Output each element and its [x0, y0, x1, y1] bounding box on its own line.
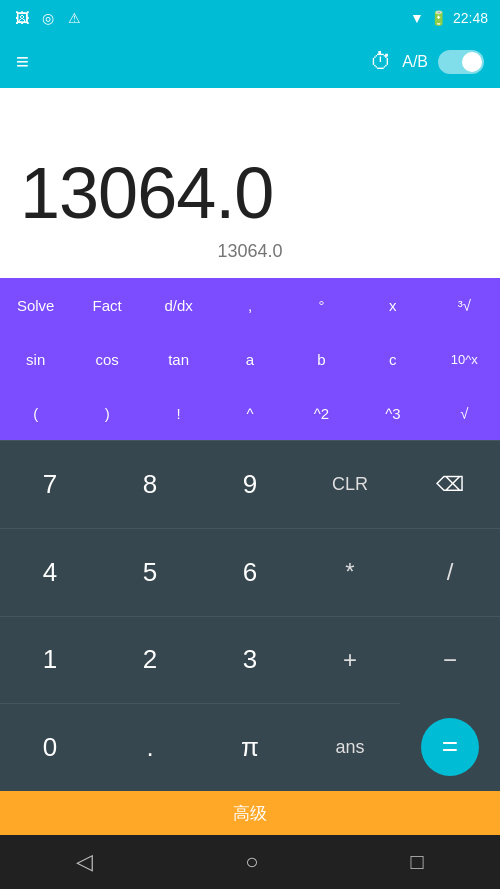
key-row-1: 7 8 9 CLR ⌫ — [0, 440, 500, 528]
key-backspace[interactable]: ⌫ — [400, 440, 500, 528]
cube-btn[interactable]: ^3 — [357, 386, 428, 440]
status-right: ▼ 🔋 22:48 — [410, 10, 488, 26]
tenpowx-btn[interactable]: 10^x — [429, 332, 500, 386]
sub-display: 13064.0 — [20, 241, 480, 262]
sin-btn[interactable]: sin — [0, 332, 71, 386]
key-3[interactable]: 3 — [200, 616, 300, 704]
sq-btn[interactable]: ^2 — [286, 386, 357, 440]
home-button[interactable]: ○ — [221, 841, 282, 883]
comma-btn[interactable]: , — [214, 278, 285, 332]
status-bar: 🖼 ◎ ⚠ ▼ 🔋 22:48 — [0, 0, 500, 36]
key-row-3: 1 2 3 + − — [0, 616, 500, 704]
key-4[interactable]: 4 — [0, 528, 100, 616]
key-5[interactable]: 5 — [100, 528, 200, 616]
ab-toggle[interactable] — [438, 50, 484, 74]
key-ans[interactable]: ans — [300, 703, 400, 791]
top-bar-right: ⏱ A/B — [370, 49, 484, 75]
keypad-area: 7 8 9 CLR ⌫ 4 5 6 * / 1 2 3 + − 0 . π an… — [0, 440, 500, 791]
ab-label: A/B — [402, 53, 428, 71]
key-row-4: 0 . π ans = — [0, 703, 500, 791]
x-btn[interactable]: x — [357, 278, 428, 332]
b-btn[interactable]: b — [286, 332, 357, 386]
key-divide[interactable]: / — [400, 528, 500, 616]
ddx-btn[interactable]: d/dx — [143, 278, 214, 332]
degree-btn[interactable]: ° — [286, 278, 357, 332]
cos-btn[interactable]: cos — [71, 332, 142, 386]
nav-bar: ◁ ○ □ — [0, 835, 500, 889]
solve-btn[interactable]: Solve — [0, 278, 71, 332]
advanced-label: 高级 — [233, 802, 267, 825]
menu-button[interactable]: ≡ — [16, 49, 29, 75]
wifi-icon: ▼ — [410, 10, 424, 26]
circle-icon: ◎ — [38, 8, 58, 28]
key-dot[interactable]: . — [100, 703, 200, 791]
display-area: 13064.0 13064.0 — [0, 88, 500, 278]
top-bar: ≡ ⏱ A/B — [0, 36, 500, 88]
c-btn[interactable]: c — [357, 332, 428, 386]
warning-icon: ⚠ — [64, 8, 84, 28]
clock: 22:48 — [453, 10, 488, 26]
key-8[interactable]: 8 — [100, 440, 200, 528]
sqrt-btn[interactable]: √ — [429, 386, 500, 440]
func-row-2: sin cos tan a b c 10^x — [0, 332, 500, 386]
a-btn[interactable]: a — [214, 332, 285, 386]
history-button[interactable]: ⏱ — [370, 49, 392, 75]
key-2[interactable]: 2 — [100, 616, 200, 704]
func-row-3: ( ) ! ^ ^2 ^3 √ — [0, 386, 500, 440]
key-multiply[interactable]: * — [300, 528, 400, 616]
caret-btn[interactable]: ^ — [214, 386, 285, 440]
key-9[interactable]: 9 — [200, 440, 300, 528]
key-minus[interactable]: − — [400, 616, 500, 704]
status-icons: 🖼 ◎ ⚠ — [12, 8, 84, 28]
cbrt-btn[interactable]: ³√ — [429, 278, 500, 332]
rparen-btn[interactable]: ) — [71, 386, 142, 440]
recent-button[interactable]: □ — [387, 841, 448, 883]
key-pi[interactable]: π — [200, 703, 300, 791]
key-6[interactable]: 6 — [200, 528, 300, 616]
battery-icon: 🔋 — [430, 10, 447, 26]
function-area: Solve Fact d/dx , ° x ³√ sin cos tan a b… — [0, 278, 500, 440]
lparen-btn[interactable]: ( — [0, 386, 71, 440]
key-plus[interactable]: + — [300, 616, 400, 704]
tan-btn[interactable]: tan — [143, 332, 214, 386]
main-display: 13064.0 — [20, 154, 273, 233]
key-row-2: 4 5 6 * / — [0, 528, 500, 616]
advanced-bar[interactable]: 高级 — [0, 791, 500, 835]
key-equals[interactable]: = — [421, 718, 479, 776]
factorial-btn[interactable]: ! — [143, 386, 214, 440]
key-1[interactable]: 1 — [0, 616, 100, 704]
image-icon: 🖼 — [12, 8, 32, 28]
key-clr[interactable]: CLR — [300, 440, 400, 528]
back-button[interactable]: ◁ — [52, 841, 117, 883]
key-0[interactable]: 0 — [0, 703, 100, 791]
key-7[interactable]: 7 — [0, 440, 100, 528]
fact-btn[interactable]: Fact — [71, 278, 142, 332]
func-row-1: Solve Fact d/dx , ° x ³√ — [0, 278, 500, 332]
